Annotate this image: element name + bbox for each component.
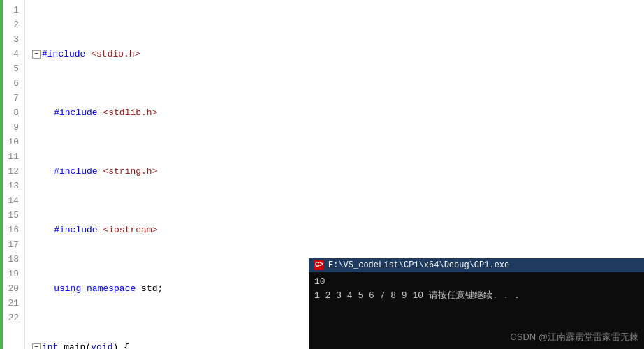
line-num-9: 9 [6, 120, 19, 135]
line-num-20: 20 [6, 281, 19, 296]
code-line-3: #include <string.h> [31, 164, 644, 179]
fold-icon-1[interactable]: − [32, 50, 41, 59]
code-line-2: #include <stdlib.h> [31, 105, 644, 120]
line-num-5: 5 [6, 61, 19, 76]
fold-icon-6[interactable]: − [32, 343, 41, 349]
line-num-21: 21 [6, 296, 19, 311]
watermark: CSDN @江南霹雳堂雷家雷无棘 [510, 331, 638, 343]
line-num-16: 16 [6, 223, 19, 237]
line-num-17: 17 [6, 237, 19, 252]
line-num-6: 6 [6, 76, 19, 91]
line-numbers: 1 2 3 4 5 6 7 8 9 10 11 12 13 14 15 16 1… [0, 0, 25, 349]
code-editor: 1 2 3 4 5 6 7 8 9 10 11 12 13 14 15 16 1… [0, 0, 644, 349]
line-num-19: 19 [6, 267, 19, 281]
line-num-1: 1 [6, 3, 19, 17]
line-num-2: 2 [6, 17, 19, 32]
line-num-13: 13 [6, 179, 19, 193]
terminal-output-line2: 1 2 3 4 5 6 7 8 9 10 请按任意键继续. . . [314, 289, 638, 303]
line-num-4: 4 [6, 47, 19, 61]
terminal-titlebar: C> E:\VS_codeList\CP1\x64\Debug\CP1.exe [309, 258, 644, 272]
line-num-22: 22 [6, 311, 19, 325]
line-num-3: 3 [6, 32, 19, 47]
terminal-output-line1: 10 [314, 275, 638, 289]
line-num-11: 11 [6, 149, 19, 164]
terminal-icon: C> [314, 260, 324, 270]
line-num-14: 14 [6, 193, 19, 208]
left-indicator-bar [0, 0, 3, 349]
line-num-15: 15 [6, 208, 19, 223]
terminal-body: 10 1 2 3 4 5 6 7 8 9 10 请按任意键继续. . . [309, 272, 644, 306]
line-num-8: 8 [6, 105, 19, 120]
line-num-7: 7 [6, 91, 19, 105]
line-num-12: 12 [6, 164, 19, 179]
line-num-10: 10 [6, 135, 19, 149]
code-line-4: #include <iostream> [31, 223, 644, 237]
line-num-18: 18 [6, 252, 19, 267]
code-line-1: −#include <stdio.h> [31, 47, 644, 61]
terminal-title: E:\VS_codeList\CP1\x64\Debug\CP1.exe [328, 260, 509, 270]
